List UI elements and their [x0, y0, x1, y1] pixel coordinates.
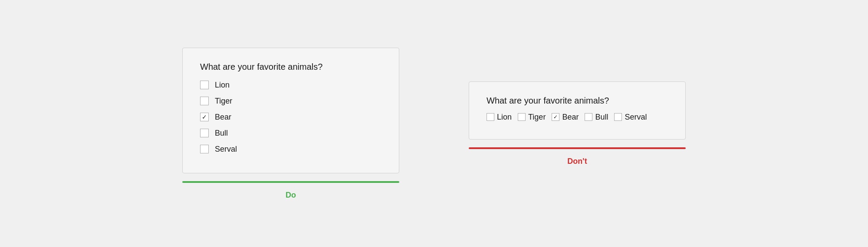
option-bear-vertical[interactable]: ✓ Bear — [200, 113, 381, 122]
checkbox-bull-horizontal[interactable]: ✓ — [585, 113, 592, 121]
label-lion-vertical: Lion — [215, 81, 230, 90]
dont-question: What are your favorite animals? — [487, 96, 668, 106]
do-panel: What are your favorite animals? ✓ Lion ✓… — [182, 48, 399, 200]
label-bull-vertical: Bull — [215, 129, 228, 138]
do-card: What are your favorite animals? ✓ Lion ✓… — [182, 48, 399, 173]
do-question: What are your favorite animals? — [200, 62, 381, 72]
checkbox-lion-horizontal[interactable]: ✓ — [487, 113, 494, 121]
option-bull-horizontal[interactable]: ✓ Bull — [585, 113, 608, 122]
checkmark-bear-horizontal: ✓ — [553, 114, 558, 120]
checkmark-bear-vertical: ✓ — [202, 114, 207, 120]
dont-panel: What are your favorite animals? ✓ Lion ✓… — [469, 81, 686, 166]
checkbox-serval-vertical[interactable]: ✓ — [200, 145, 209, 153]
option-bear-horizontal[interactable]: ✓ Bear — [552, 113, 579, 122]
checkbox-tiger-vertical[interactable]: ✓ — [200, 97, 209, 105]
dont-label: Don't — [567, 157, 587, 166]
label-bear-horizontal: Bear — [562, 113, 579, 122]
do-divider — [182, 181, 399, 183]
checkbox-tiger-horizontal[interactable]: ✓ — [518, 113, 526, 121]
checkbox-bear-vertical[interactable]: ✓ — [200, 113, 209, 121]
options-row-horizontal: ✓ Lion ✓ Tiger ✓ Bear ✓ Bull — [487, 113, 668, 122]
option-serval-vertical[interactable]: ✓ Serval — [200, 145, 381, 154]
label-serval-horizontal: Serval — [625, 113, 647, 122]
option-tiger-horizontal[interactable]: ✓ Tiger — [518, 113, 546, 122]
checkbox-bull-vertical[interactable]: ✓ — [200, 129, 209, 137]
option-lion-vertical[interactable]: ✓ Lion — [200, 81, 381, 90]
do-label: Do — [286, 191, 296, 200]
label-tiger-vertical: Tiger — [215, 97, 232, 106]
dont-divider — [469, 147, 686, 149]
label-bear-vertical: Bear — [215, 113, 231, 122]
option-lion-horizontal[interactable]: ✓ Lion — [487, 113, 512, 122]
checkbox-bear-horizontal[interactable]: ✓ — [552, 113, 559, 121]
label-lion-horizontal: Lion — [497, 113, 512, 122]
label-serval-vertical: Serval — [215, 145, 237, 154]
label-bull-horizontal: Bull — [595, 113, 608, 122]
dont-card: What are your favorite animals? ✓ Lion ✓… — [469, 81, 686, 140]
checkbox-lion-vertical[interactable]: ✓ — [200, 81, 209, 89]
label-tiger-horizontal: Tiger — [528, 113, 546, 122]
option-bull-vertical[interactable]: ✓ Bull — [200, 129, 381, 138]
option-tiger-vertical[interactable]: ✓ Tiger — [200, 97, 381, 106]
option-serval-horizontal[interactable]: ✓ Serval — [614, 113, 647, 122]
checkbox-serval-horizontal[interactable]: ✓ — [614, 113, 622, 121]
